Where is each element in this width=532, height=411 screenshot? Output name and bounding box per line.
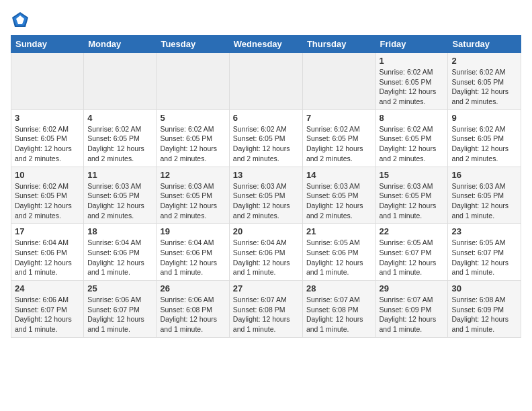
- day-info: Sunrise: 6:06 AM Sunset: 6:07 PM Dayligh…: [15, 295, 80, 334]
- calendar-cell: 8Sunrise: 6:02 AM Sunset: 6:05 PM Daylig…: [375, 109, 448, 167]
- day-info: Sunrise: 6:07 AM Sunset: 6:08 PM Dayligh…: [306, 295, 372, 334]
- calendar-cell: 25Sunrise: 6:06 AM Sunset: 6:07 PM Dayli…: [84, 281, 157, 338]
- calendar-cell: 17Sunrise: 6:04 AM Sunset: 6:06 PM Dayli…: [11, 224, 84, 281]
- calendar-cell: 15Sunrise: 6:03 AM Sunset: 6:05 PM Dayli…: [375, 167, 448, 224]
- calendar-cell: 11Sunrise: 6:03 AM Sunset: 6:05 PM Dayli…: [84, 167, 157, 224]
- calendar-cell: 27Sunrise: 6:07 AM Sunset: 6:08 PM Dayli…: [229, 281, 302, 338]
- day-number: 9: [451, 113, 517, 123]
- day-number: 12: [160, 170, 225, 180]
- calendar-day-header: Sunday: [11, 36, 84, 53]
- day-number: 29: [380, 283, 445, 293]
- calendar-cell: [11, 53, 84, 110]
- day-info: Sunrise: 6:02 AM Sunset: 6:05 PM Dayligh…: [15, 124, 80, 164]
- day-info: Sunrise: 6:05 AM Sunset: 6:07 PM Dayligh…: [451, 238, 517, 277]
- day-info: Sunrise: 6:05 AM Sunset: 6:07 PM Dayligh…: [380, 238, 445, 277]
- calendar-cell: [229, 53, 302, 110]
- day-info: Sunrise: 6:04 AM Sunset: 6:06 PM Dayligh…: [15, 238, 80, 277]
- calendar-cell: 3Sunrise: 6:02 AM Sunset: 6:05 PM Daylig…: [11, 109, 84, 167]
- day-number: 7: [306, 113, 372, 123]
- calendar-week-row: 3Sunrise: 6:02 AM Sunset: 6:05 PM Daylig…: [11, 109, 521, 167]
- calendar-cell: 7Sunrise: 6:02 AM Sunset: 6:05 PM Daylig…: [302, 109, 375, 167]
- calendar-cell: 29Sunrise: 6:07 AM Sunset: 6:09 PM Dayli…: [375, 281, 448, 338]
- page-header: [11, 11, 521, 30]
- calendar-cell: [84, 53, 157, 110]
- day-info: Sunrise: 6:02 AM Sunset: 6:05 PM Dayligh…: [160, 124, 225, 164]
- day-info: Sunrise: 6:03 AM Sunset: 6:05 PM Dayligh…: [87, 181, 152, 221]
- day-info: Sunrise: 6:05 AM Sunset: 6:06 PM Dayligh…: [306, 238, 372, 277]
- calendar-day-header: Wednesday: [229, 36, 302, 53]
- logo: [11, 11, 32, 30]
- calendar-day-header: Monday: [84, 36, 157, 53]
- day-number: 22: [380, 226, 445, 236]
- day-info: Sunrise: 6:02 AM Sunset: 6:05 PM Dayligh…: [233, 124, 299, 164]
- calendar-cell: [157, 53, 229, 110]
- day-number: 8: [380, 113, 445, 123]
- day-number: 14: [306, 170, 372, 180]
- calendar-cell: 12Sunrise: 6:03 AM Sunset: 6:05 PM Dayli…: [157, 167, 229, 224]
- day-info: Sunrise: 6:02 AM Sunset: 6:05 PM Dayligh…: [306, 124, 372, 164]
- calendar-cell: 10Sunrise: 6:02 AM Sunset: 6:05 PM Dayli…: [11, 167, 84, 224]
- calendar-day-header: Tuesday: [157, 36, 229, 53]
- day-info: Sunrise: 6:04 AM Sunset: 6:06 PM Dayligh…: [233, 238, 299, 277]
- day-number: 10: [15, 170, 80, 180]
- day-number: 23: [451, 226, 517, 236]
- calendar-cell: 21Sunrise: 6:05 AM Sunset: 6:06 PM Dayli…: [302, 224, 375, 281]
- day-info: Sunrise: 6:02 AM Sunset: 6:05 PM Dayligh…: [15, 181, 80, 221]
- calendar-cell: 2Sunrise: 6:02 AM Sunset: 6:05 PM Daylig…: [448, 53, 521, 110]
- calendar-cell: 14Sunrise: 6:03 AM Sunset: 6:05 PM Dayli…: [302, 167, 375, 224]
- calendar-cell: 20Sunrise: 6:04 AM Sunset: 6:06 PM Dayli…: [229, 224, 302, 281]
- day-info: Sunrise: 6:04 AM Sunset: 6:06 PM Dayligh…: [87, 238, 152, 277]
- day-number: 2: [451, 56, 517, 66]
- day-number: 11: [87, 170, 152, 180]
- day-number: 15: [380, 170, 445, 180]
- calendar-cell: 28Sunrise: 6:07 AM Sunset: 6:08 PM Dayli…: [302, 281, 375, 338]
- calendar-cell: [302, 53, 375, 110]
- day-number: 16: [451, 170, 517, 180]
- calendar-cell: 26Sunrise: 6:06 AM Sunset: 6:08 PM Dayli…: [157, 281, 229, 338]
- day-number: 19: [160, 226, 225, 236]
- day-number: 3: [15, 113, 80, 123]
- calendar-cell: 24Sunrise: 6:06 AM Sunset: 6:07 PM Dayli…: [11, 281, 84, 338]
- day-number: 1: [380, 56, 445, 66]
- calendar-day-header: Thursday: [302, 36, 375, 53]
- calendar-week-row: 1Sunrise: 6:02 AM Sunset: 6:05 PM Daylig…: [11, 53, 521, 110]
- day-number: 13: [233, 170, 299, 180]
- day-number: 4: [87, 113, 152, 123]
- day-info: Sunrise: 6:03 AM Sunset: 6:05 PM Dayligh…: [451, 181, 517, 221]
- calendar-cell: 13Sunrise: 6:03 AM Sunset: 6:05 PM Dayli…: [229, 167, 302, 224]
- day-info: Sunrise: 6:06 AM Sunset: 6:07 PM Dayligh…: [87, 295, 152, 334]
- day-number: 27: [233, 283, 299, 293]
- day-info: Sunrise: 6:02 AM Sunset: 6:05 PM Dayligh…: [451, 67, 517, 107]
- day-info: Sunrise: 6:03 AM Sunset: 6:05 PM Dayligh…: [160, 181, 225, 221]
- calendar-table: SundayMondayTuesdayWednesdayThursdayFrid…: [11, 35, 521, 338]
- day-info: Sunrise: 6:02 AM Sunset: 6:05 PM Dayligh…: [87, 124, 152, 164]
- day-info: Sunrise: 6:02 AM Sunset: 6:05 PM Dayligh…: [451, 124, 517, 164]
- calendar-cell: 1Sunrise: 6:02 AM Sunset: 6:05 PM Daylig…: [375, 53, 448, 110]
- calendar-week-row: 10Sunrise: 6:02 AM Sunset: 6:05 PM Dayli…: [11, 167, 521, 224]
- day-number: 5: [160, 113, 225, 123]
- day-info: Sunrise: 6:08 AM Sunset: 6:09 PM Dayligh…: [451, 295, 517, 334]
- day-number: 18: [87, 226, 152, 236]
- calendar-cell: 6Sunrise: 6:02 AM Sunset: 6:05 PM Daylig…: [229, 109, 302, 167]
- calendar-cell: 19Sunrise: 6:04 AM Sunset: 6:06 PM Dayli…: [157, 224, 229, 281]
- day-info: Sunrise: 6:02 AM Sunset: 6:05 PM Dayligh…: [380, 67, 445, 107]
- day-number: 26: [160, 283, 225, 293]
- calendar-cell: 22Sunrise: 6:05 AM Sunset: 6:07 PM Dayli…: [375, 224, 448, 281]
- day-number: 17: [15, 226, 80, 236]
- day-number: 21: [306, 226, 372, 236]
- calendar-cell: 9Sunrise: 6:02 AM Sunset: 6:05 PM Daylig…: [448, 109, 521, 167]
- day-number: 20: [233, 226, 299, 236]
- day-number: 28: [306, 283, 372, 293]
- day-number: 6: [233, 113, 299, 123]
- day-info: Sunrise: 6:04 AM Sunset: 6:06 PM Dayligh…: [160, 238, 225, 277]
- day-number: 24: [15, 283, 80, 293]
- logo-icon: [11, 11, 30, 30]
- calendar-header-row: SundayMondayTuesdayWednesdayThursdayFrid…: [11, 36, 521, 53]
- day-info: Sunrise: 6:02 AM Sunset: 6:05 PM Dayligh…: [380, 124, 445, 164]
- day-number: 25: [87, 283, 152, 293]
- calendar-day-header: Saturday: [448, 36, 521, 53]
- day-number: 30: [451, 283, 517, 293]
- calendar-cell: 30Sunrise: 6:08 AM Sunset: 6:09 PM Dayli…: [448, 281, 521, 338]
- day-info: Sunrise: 6:07 AM Sunset: 6:09 PM Dayligh…: [380, 295, 445, 334]
- calendar-cell: 18Sunrise: 6:04 AM Sunset: 6:06 PM Dayli…: [84, 224, 157, 281]
